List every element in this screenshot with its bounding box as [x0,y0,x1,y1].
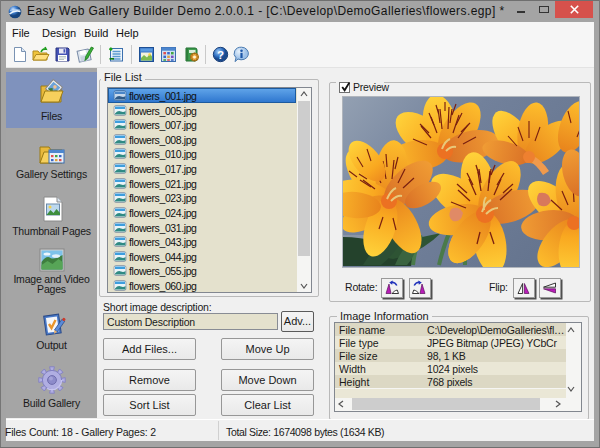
svg-text:?: ? [217,49,224,61]
